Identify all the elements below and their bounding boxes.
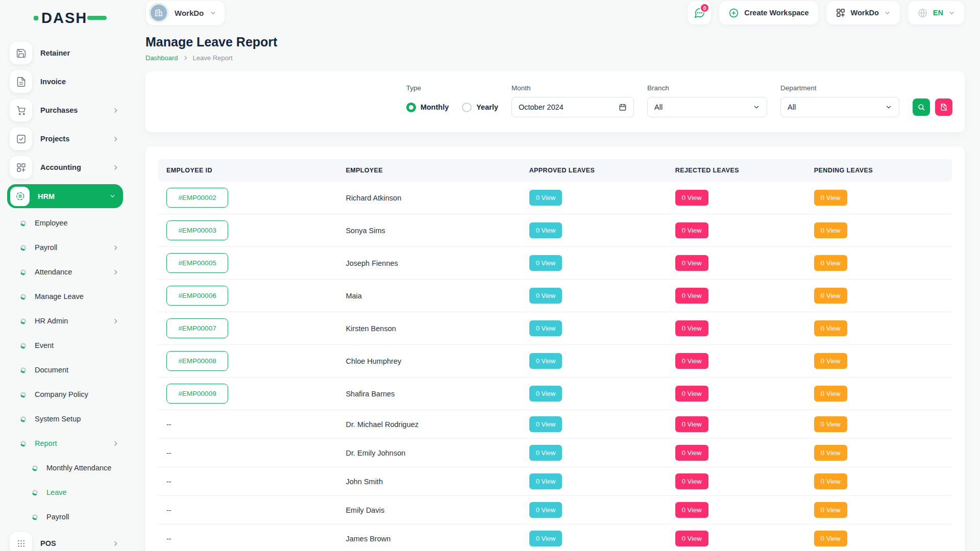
sidebar-item-employee[interactable]: Employee	[0, 211, 130, 235]
sidebar-item-label: HRM	[38, 192, 55, 201]
rejected-leaves-badge[interactable]: 0 View	[675, 255, 708, 271]
pending-leaves-badge[interactable]: 0 View	[814, 255, 847, 271]
approved-leaves-badge[interactable]: 0 View	[529, 320, 562, 336]
create-workspace-button[interactable]: Create Workspace	[719, 1, 818, 25]
pending-leaves-cell: 0 View	[806, 439, 952, 467]
branch-select[interactable]: All	[647, 97, 767, 117]
approved-leaves-cell: 0 View	[521, 439, 667, 467]
pending-leaves-badge[interactable]: 0 View	[814, 288, 847, 304]
table-row: #EMP00007Kirsten Benson0 View0 View0 Vie…	[158, 312, 952, 345]
radio-yearly[interactable]: Yearly	[462, 103, 498, 112]
pending-leaves-badge[interactable]: 0 View	[814, 445, 847, 461]
column-header-employee-id: EMPLOYEE ID	[158, 159, 337, 182]
department-select[interactable]: All	[780, 97, 899, 117]
app-switcher-button[interactable]: WorkDo	[826, 1, 900, 25]
sidebar-item-label: Company Policy	[35, 390, 88, 398]
pending-leaves-badge[interactable]: 0 View	[814, 473, 847, 489]
approved-leaves-cell: 0 View	[521, 410, 667, 439]
approved-leaves-cell: 0 View	[521, 214, 667, 247]
employee-name-cell: Kirsten Benson	[337, 312, 521, 345]
sidebar-item-monthly-attendance[interactable]: Monthly Attendance	[0, 456, 130, 480]
approved-leaves-badge[interactable]: 0 View	[529, 416, 562, 432]
approved-leaves-badge[interactable]: 0 View	[529, 445, 562, 461]
pending-leaves-badge[interactable]: 0 View	[814, 190, 847, 206]
rejected-leaves-badge[interactable]: 0 View	[675, 222, 708, 238]
employee-id-pill[interactable]: #EMP00005	[166, 253, 228, 273]
approved-leaves-badge[interactable]: 0 View	[529, 190, 562, 206]
rejected-leaves-badge[interactable]: 0 View	[675, 353, 708, 369]
approved-leaves-badge[interactable]: 0 View	[529, 353, 562, 369]
sidebar-item-company-policy[interactable]: Company Policy	[0, 382, 130, 407]
rejected-leaves-badge[interactable]: 0 View	[675, 445, 708, 461]
pending-leaves-badge[interactable]: 0 View	[814, 320, 847, 336]
pending-leaves-cell: 0 View	[806, 312, 952, 345]
type-label: Type	[406, 84, 498, 92]
reset-button[interactable]	[935, 98, 952, 116]
sidebar-item-pos[interactable]: POS	[0, 529, 130, 551]
language-button[interactable]: EN	[908, 1, 965, 25]
employee-id-cell: #EMP00009	[158, 378, 337, 410]
rejected-leaves-badge[interactable]: 0 View	[675, 190, 708, 206]
sidebar-item-label: Leave	[46, 488, 67, 496]
radio-monthly[interactable]: Monthly	[406, 103, 449, 112]
sidebar-item-payroll[interactable]: Payroll	[0, 505, 130, 529]
approved-leaves-badge[interactable]: 0 View	[529, 255, 562, 271]
dash-logo[interactable]: DASH	[34, 10, 107, 27]
employee-id-pill[interactable]: #EMP00009	[166, 384, 228, 404]
approved-leaves-badge[interactable]: 0 View	[529, 473, 562, 489]
employee-id-pill[interactable]: #EMP00007	[166, 318, 228, 338]
sidebar-item-label: HR Admin	[35, 317, 68, 325]
sidebar-item-attendance[interactable]: Attendance	[0, 260, 130, 284]
sidebar-item-hr-admin[interactable]: HR Admin	[0, 309, 130, 333]
sidebar-item-system-setup[interactable]: System Setup	[0, 407, 130, 431]
approved-leaves-badge[interactable]: 0 View	[529, 531, 562, 546]
sidebar-item-manage-leave[interactable]: Manage Leave	[0, 284, 130, 309]
sidebar-item-event[interactable]: Event	[0, 333, 130, 358]
sidebar-item-leave[interactable]: Leave	[0, 480, 130, 505]
sidebar-item-accounting[interactable]: Accounting	[0, 153, 130, 182]
pending-leaves-badge[interactable]: 0 View	[814, 386, 847, 402]
breadcrumb-dashboard-link[interactable]: Dashboard	[145, 54, 178, 62]
bullet-icon	[20, 392, 26, 397]
sidebar-item-hrm[interactable]: HRM	[7, 184, 123, 208]
search-button[interactable]	[913, 98, 930, 116]
workspace-selector[interactable]: WorkDo	[145, 0, 225, 26]
sidebar-item-payroll[interactable]: Payroll	[0, 235, 130, 260]
messages-button[interactable]: 0	[687, 1, 712, 25]
sidebar-item-retainer[interactable]: Retainer	[0, 39, 130, 67]
rejected-leaves-badge[interactable]: 0 View	[675, 416, 708, 432]
pending-leaves-badge[interactable]: 0 View	[814, 353, 847, 369]
file-off-icon	[940, 103, 948, 111]
rejected-leaves-badge[interactable]: 0 View	[675, 473, 708, 489]
employee-id-pill[interactable]: #EMP00006	[166, 286, 228, 306]
employee-id-pill[interactable]: #EMP00003	[166, 220, 228, 240]
sidebar-item-invoice[interactable]: Invoice	[0, 67, 130, 96]
table-row: #EMP00002Richard Atkinson0 View0 View0 V…	[158, 182, 952, 214]
sidebar-item-document[interactable]: Document	[0, 358, 130, 382]
pending-leaves-badge[interactable]: 0 View	[814, 222, 847, 238]
rejected-leaves-badge[interactable]: 0 View	[675, 320, 708, 336]
language-label: EN	[933, 9, 943, 17]
approved-leaves-badge[interactable]: 0 View	[529, 502, 562, 518]
month-input[interactable]: October 2024	[511, 97, 634, 117]
rejected-leaves-badge[interactable]: 0 View	[675, 288, 708, 304]
pending-leaves-badge[interactable]: 0 View	[814, 502, 847, 518]
sidebar-item-report[interactable]: Report	[0, 431, 130, 456]
pending-leaves-cell: 0 View	[806, 410, 952, 439]
sidebar-item-purchases[interactable]: Purchases	[0, 96, 130, 124]
rejected-leaves-badge[interactable]: 0 View	[675, 502, 708, 518]
rejected-leaves-badge[interactable]: 0 View	[675, 531, 708, 546]
pending-leaves-badge[interactable]: 0 View	[814, 531, 847, 546]
approved-leaves-badge[interactable]: 0 View	[529, 288, 562, 304]
approved-leaves-badge[interactable]: 0 View	[529, 222, 562, 238]
rejected-leaves-badge[interactable]: 0 View	[675, 386, 708, 402]
approved-leaves-badge[interactable]: 0 View	[529, 386, 562, 402]
table-row: --Emily Davis0 View0 View0 View	[158, 496, 952, 524]
rejected-leaves-cell: 0 View	[667, 467, 806, 496]
employee-id-pill[interactable]: #EMP00008	[166, 351, 228, 371]
sidebar-item-projects[interactable]: Projects	[0, 124, 130, 153]
rejected-leaves-cell: 0 View	[667, 345, 806, 378]
column-header-approved-leaves: APPROVED LEAVES	[521, 159, 667, 182]
pending-leaves-badge[interactable]: 0 View	[814, 416, 847, 432]
employee-id-pill[interactable]: #EMP00002	[166, 188, 228, 208]
